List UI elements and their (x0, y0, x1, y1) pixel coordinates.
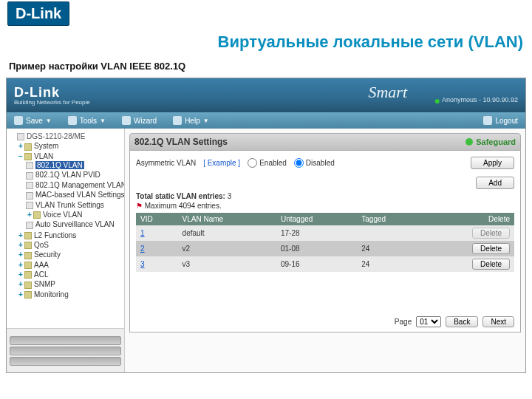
tree-item-label: 802.1Q VLAN (35, 161, 84, 169)
tree-vlan-autosurv[interactable]: Auto Surveillance VLAN (26, 219, 123, 229)
menu-help[interactable]: Help▼ (173, 116, 209, 125)
device-stack-icon (10, 357, 121, 366)
vid-link[interactable]: 1 (140, 229, 145, 237)
expand-icon[interactable]: + (17, 142, 24, 150)
cell-untagged: 17-28 (276, 225, 357, 241)
menu-wizard-label: Wizard (134, 117, 157, 125)
panel-title-bar: 802.1Q VLAN Settings Safeguard (129, 133, 521, 151)
col-untagged: Untagged (276, 213, 357, 225)
col-tagged: Tagged (357, 213, 422, 225)
menu-tools-label: Tools (80, 117, 97, 125)
cell-untagged: 09-16 (276, 256, 357, 272)
app-brand: D-Link (14, 85, 90, 100)
expand-icon[interactable]: + (17, 261, 24, 269)
expand-icon[interactable]: + (17, 231, 24, 239)
cell-untagged: 01-08 (276, 241, 357, 256)
tree-vlan-pvid[interactable]: 802.1Q VLAN PVID (26, 170, 123, 180)
chevron-down-icon: ▼ (203, 117, 209, 124)
tree-item-label: AAA (34, 261, 49, 269)
cell-name: v2 (178, 241, 276, 256)
add-button[interactable]: Add (476, 177, 514, 189)
radio-disabled[interactable] (294, 158, 304, 168)
device-stack-icon (10, 336, 121, 345)
safeguard-badge: Safeguard (466, 137, 516, 146)
tree-vlan-trunk[interactable]: VLAN Trunk Settings (26, 200, 123, 210)
expand-icon[interactable]: + (17, 280, 24, 288)
tree-monitoring[interactable]: +Monitoring (17, 290, 123, 299)
slide-title: Виртуальные локальные сети (VLAN) (0, 27, 532, 53)
expand-icon[interactable]: + (26, 211, 33, 219)
tree-item-label: SNMP (34, 280, 55, 288)
main-panel: 802.1Q VLAN Settings Safeguard Asymmetri… (125, 129, 525, 372)
menu-tools[interactable]: Tools▼ (68, 116, 106, 125)
menubar: Save▼ Tools▼ Wizard Help▼ Logout (7, 112, 525, 129)
help-icon (173, 116, 182, 125)
safeguard-label: Safeguard (476, 137, 516, 146)
apply-button[interactable]: Apply (471, 157, 514, 169)
collapse-icon[interactable]: − (17, 152, 24, 160)
tree-aaa[interactable]: +AAA (17, 260, 123, 270)
save-icon (14, 116, 23, 125)
expand-icon[interactable]: + (17, 290, 24, 299)
tree-l2[interactable]: +L2 Functions (17, 231, 123, 240)
example-link[interactable]: [ Example ] (203, 159, 240, 167)
total-entries-label: Total static VLAN entries: (136, 192, 225, 200)
pager-select[interactable]: 01 (416, 316, 441, 327)
page-icon (26, 202, 33, 209)
delete-button[interactable]: Delete (472, 243, 510, 254)
tree-root[interactable]: DGS-1210-28/ME (17, 132, 123, 141)
cell-name: v3 (178, 256, 276, 272)
tree-vlan-8021q[interactable]: 802.1Q VLAN (26, 160, 123, 170)
panel-title: 802.1Q VLAN Settings (134, 137, 228, 147)
expand-icon[interactable]: + (17, 250, 24, 259)
pager-next-button[interactable]: Next (482, 316, 514, 327)
total-entries-value: 3 (228, 192, 232, 200)
expand-icon[interactable]: + (17, 270, 24, 279)
menu-save-label: Save (26, 117, 43, 125)
page-icon (26, 162, 33, 169)
tree-item-label: VLAN Trunk Settings (35, 201, 104, 209)
radio-enabled[interactable] (248, 158, 257, 168)
tree-system-label: System (34, 142, 58, 150)
folder-icon (24, 143, 32, 151)
tree-acl[interactable]: +ACL (17, 270, 123, 279)
col-vid: VID (136, 213, 178, 225)
tree-vlan[interactable]: −VLAN 802.1Q VLAN 802.1Q VLAN PVID 802.1… (17, 151, 123, 231)
device-stack-icon (10, 347, 121, 355)
folder-icon (33, 211, 41, 219)
tree-vlan-mac[interactable]: MAC-based VLAN Settings (26, 190, 123, 200)
col-delete: Delete (423, 213, 514, 225)
menu-save[interactable]: Save▼ (14, 116, 52, 125)
cell-tagged: 24 (357, 256, 422, 272)
folder-icon (24, 262, 32, 269)
asym-enabled-radio[interactable]: Enabled (248, 158, 287, 168)
delete-button: Delete (472, 228, 510, 239)
cell-tagged: 24 (357, 241, 422, 256)
vid-link[interactable]: 3 (140, 260, 145, 268)
table-row: 1 default 17-28 Delete (136, 225, 514, 241)
menu-logout[interactable]: Logout (483, 116, 518, 125)
folder-icon (24, 232, 32, 239)
asym-disabled-radio[interactable]: Disabled (294, 158, 335, 168)
tree-qos[interactable]: +QoS (17, 240, 123, 250)
vid-link[interactable]: 2 (140, 245, 145, 253)
tree-item-label: ACL (34, 270, 48, 279)
status-user: ● Anonymous - 10.90.90.92 (434, 95, 518, 106)
vlan-table: VID VLAN Name Untagged Tagged Delete 1 d… (136, 213, 514, 272)
tree-vlan-mgmt[interactable]: 802.1Q Management VLAN (26, 180, 123, 190)
device-icon (17, 133, 24, 140)
tree-security[interactable]: +Security (17, 250, 123, 259)
logout-icon (483, 116, 492, 125)
delete-button[interactable]: Delete (472, 259, 510, 270)
pager-back-button[interactable]: Back (446, 316, 478, 327)
app-topbar: D-Link Building Networks for People Smar… (7, 78, 525, 112)
page-icon (26, 192, 33, 200)
tree-system[interactable]: +System (17, 141, 123, 151)
expand-icon[interactable]: + (17, 241, 24, 249)
folder-icon (24, 271, 32, 279)
app-window: D-Link Building Networks for People Smar… (6, 78, 526, 373)
tree-snmp[interactable]: +SNMP (17, 279, 123, 289)
menu-wizard[interactable]: Wizard (122, 116, 157, 125)
tree-item-label: Voice VLAN (43, 211, 82, 219)
tree-vlan-voice[interactable]: +Voice VLAN (26, 210, 123, 219)
